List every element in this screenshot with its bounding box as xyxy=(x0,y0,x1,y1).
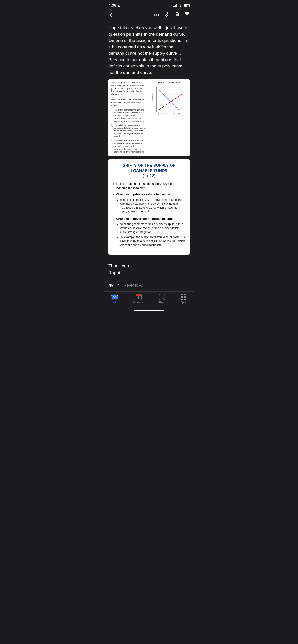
svg-text:Quantity of loanable funds (bi: Quantity of loanable funds (billions of … xyxy=(158,113,180,114)
home-indicator xyxy=(134,310,164,311)
slide-card: SHIFTS OF THE SUPPLY OF LOANABLE FUNDS(1… xyxy=(108,159,190,254)
wifi-icon xyxy=(178,4,182,7)
svg-text:Interest rate: Interest rate xyxy=(152,93,154,101)
assignment-card: Adjust the graph to show how an increase… xyxy=(108,79,190,156)
loanable-funds-chart: S D Interest rate Quantity of loanable f… xyxy=(149,85,187,115)
archive-icon[interactable] xyxy=(184,12,190,18)
feed-nav-icon xyxy=(159,294,165,300)
slide-sub-list: – Changes in private savings behaviour ▪… xyxy=(113,192,185,248)
sub-heading-1: Changes in private savings behaviour xyxy=(116,193,170,196)
email-body: Hope this reaches you well. I just have … xyxy=(104,21,194,262)
nav-label-calendar: Calendar xyxy=(133,301,144,304)
chart-area: Market for Loanable Funds xyxy=(147,81,187,155)
svg-rect-37 xyxy=(184,294,186,296)
svg-text:S: S xyxy=(179,108,181,110)
svg-rect-36 xyxy=(181,294,183,296)
slide-intro-bullet: • Factors that can cause the supply curv… xyxy=(113,182,185,190)
closing-line-2: Raphi xyxy=(108,270,190,276)
nav-item-mail[interactable]: Mail xyxy=(111,294,118,303)
battery-icon xyxy=(184,4,190,7)
calendar-nav-icon: 8 xyxy=(136,294,142,300)
radio-label-1: The deficit decreases the demand for loa… xyxy=(114,109,145,122)
sub-heading-2: Changes in government budget balance xyxy=(116,217,173,220)
svg-line-26 xyxy=(159,94,182,110)
slide-title: SHIFTS OF THE SUPPLY OF LOANABLE FUNDS(1… xyxy=(113,163,185,178)
svg-rect-2 xyxy=(175,13,178,16)
chart-title: Market for Loanable Funds xyxy=(149,81,187,84)
status-icons xyxy=(173,4,190,7)
nav-label-apps: Apps xyxy=(181,301,186,304)
apps-nav-icon xyxy=(181,294,187,300)
nav-item-apps[interactable]: Apps xyxy=(181,294,187,304)
dash-icon-1: – xyxy=(113,192,114,197)
assignment-left: Adjust the graph to show how an increase… xyxy=(111,81,145,155)
status-time: 4:36 xyxy=(108,3,116,8)
nav-item-feed[interactable]: Feed xyxy=(159,294,165,304)
signal-icon xyxy=(173,4,177,7)
bottom-nav: Mail 8 Calendar Feed Apps xyxy=(104,292,194,308)
reply-bar: Reply to All xyxy=(104,280,194,290)
closing-line-1: Thank you xyxy=(108,262,190,270)
radio-option-2: The deficit decreases national savings a… xyxy=(111,124,145,138)
svg-rect-5 xyxy=(185,12,189,14)
sub-sub-text-2b: For example, the budget went from a surp… xyxy=(119,235,185,247)
reply-button[interactable] xyxy=(108,283,114,288)
radio-circle-2 xyxy=(111,124,113,127)
radio-option-3: The deficit increases the demand for loa… xyxy=(111,140,145,153)
reply-dropdown-icon[interactable] xyxy=(116,283,120,287)
svg-text:D: D xyxy=(182,92,183,94)
square-bullet-2a: ▪ xyxy=(117,223,118,226)
nav-label-feed: Feed xyxy=(159,301,165,304)
svg-rect-39 xyxy=(184,298,186,300)
email-closing: Thank you Raphi xyxy=(104,262,194,280)
more-options-icon[interactable] xyxy=(154,14,159,16)
sub-sub-list-1: ▪ In the first quarter of 2020, followin… xyxy=(117,198,185,214)
back-button[interactable] xyxy=(108,12,114,18)
radio-option-1: The deficit decreases the demand for loa… xyxy=(111,109,145,122)
select-question: Select the answer that describes the adj… xyxy=(111,98,145,107)
sub-sub-text-2a: When the government runs a budget surplu… xyxy=(119,222,185,234)
status-bar: 4:36 ▲ xyxy=(104,0,194,10)
svg-line-24 xyxy=(159,89,179,110)
svg-rect-0 xyxy=(166,12,167,14)
microphone-icon[interactable] xyxy=(164,12,169,18)
location-arrow-icon: ▲ xyxy=(117,4,120,8)
sub-sub-text-1: In the first quarter of 2020, following … xyxy=(119,198,185,214)
sub-sub-item-2b: ▪ For example, the budget went from a su… xyxy=(117,235,185,247)
sub-item-2: – Changes in government budget balance ▪… xyxy=(113,217,185,248)
radio-circle-1 xyxy=(111,109,113,111)
nav-label-mail: Mail xyxy=(112,300,117,303)
svg-rect-30 xyxy=(112,295,118,299)
trash-icon[interactable] xyxy=(174,12,179,18)
radio-label-3: The deficit increases the demand for loa… xyxy=(114,140,145,153)
toolbar xyxy=(104,10,194,21)
square-bullet-2b: ▪ xyxy=(117,236,118,240)
bullet-icon: • xyxy=(113,182,114,187)
slide-intro-text: Factors that can cause the supply curve … xyxy=(116,182,185,190)
sub-item-1: – Changes in private savings behaviour ▪… xyxy=(113,192,185,215)
sub-sub-item-1: ▪ In the first quarter of 2020, followin… xyxy=(117,198,185,214)
email-body-text: Hope this reaches you well. I just have … xyxy=(108,24,190,76)
sub-sub-item-2a: ▪ When the government runs a budget surp… xyxy=(117,222,185,234)
svg-rect-38 xyxy=(181,298,183,300)
radio-circle-3 xyxy=(111,140,113,142)
nav-item-calendar[interactable]: 8 Calendar xyxy=(133,294,144,304)
radio-label-2: The deficit decreases national savings a… xyxy=(114,124,145,138)
dash-icon-2: – xyxy=(113,217,114,221)
mail-nav-icon xyxy=(111,294,118,300)
assignment-description: Adjust the graph to show how an increase… xyxy=(111,81,145,96)
sub-sub-list-2: ▪ When the government runs a budget surp… xyxy=(117,222,185,247)
square-bullet-1: ▪ xyxy=(117,198,118,202)
reply-label: Reply to All xyxy=(124,283,143,288)
